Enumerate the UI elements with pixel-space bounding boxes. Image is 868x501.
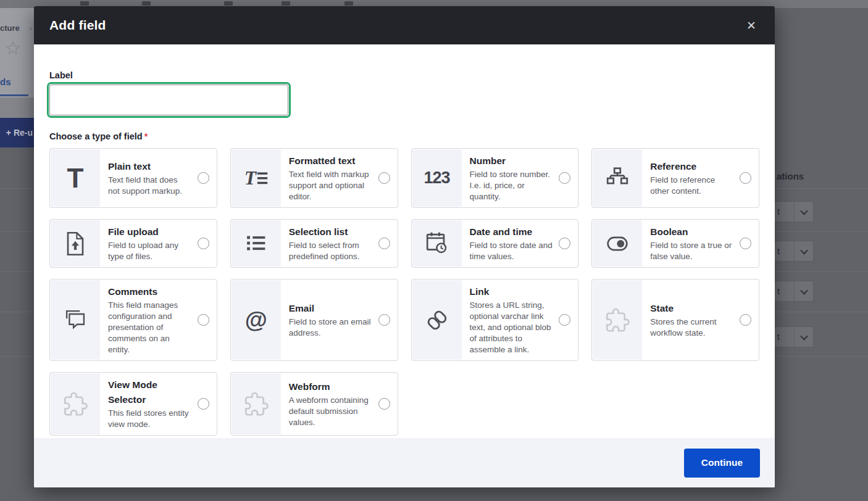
field-type-radio-link[interactable] bbox=[559, 314, 570, 326]
star-icon bbox=[5, 40, 21, 56]
chevron-down-icon bbox=[800, 332, 808, 340]
number-icon: 123 bbox=[424, 170, 449, 186]
field-type-radio-reference[interactable] bbox=[740, 172, 751, 184]
field-type-icon-tile bbox=[593, 220, 642, 267]
field-type-icon-tile bbox=[412, 220, 462, 267]
field-type-title: Formatted text bbox=[289, 154, 372, 168]
field-type-description: Field to select from predefined options. bbox=[289, 240, 372, 262]
field-type-radio-formatted-text[interactable] bbox=[378, 172, 390, 184]
field-type-radio-email[interactable] bbox=[378, 314, 390, 326]
continue-button[interactable]: Continue bbox=[684, 449, 760, 478]
reference-icon bbox=[603, 164, 632, 193]
field-type-icon-tile bbox=[412, 280, 462, 360]
toolbar-icon bbox=[80, 1, 89, 6]
field-type-card-boolean[interactable]: Boolean Field to store a true or false v… bbox=[591, 219, 759, 268]
page-tabs-band bbox=[0, 97, 34, 118]
field-type-card-view-mode-selector[interactable]: View Mode Selector This field stores ent… bbox=[49, 372, 217, 436]
field-type-description: Text field with markup support and optio… bbox=[289, 169, 372, 202]
field-type-description: Field to upload any type of files. bbox=[108, 240, 191, 262]
field-type-icon-tile bbox=[232, 220, 281, 267]
field-type-card-selection-list[interactable]: Selection list Field to select from pred… bbox=[230, 219, 398, 268]
field-type-icon-tile bbox=[51, 280, 100, 360]
field-type-title: Boolean bbox=[650, 225, 733, 239]
chevron-down-icon bbox=[800, 246, 808, 254]
field-type-radio-plain-text[interactable] bbox=[198, 172, 209, 184]
field-type-description: Field to store an email address. bbox=[289, 317, 372, 339]
tab-active-underline bbox=[0, 94, 28, 96]
field-type-description: Field to reference other content. bbox=[650, 175, 733, 197]
field-type-title: Link bbox=[470, 284, 553, 299]
field-type-radio-date-and-time[interactable] bbox=[559, 238, 570, 249]
formatted-text-icon bbox=[242, 164, 270, 193]
field-type-description: Stores the current workflow state. bbox=[650, 317, 733, 339]
toolbar-icon bbox=[142, 1, 151, 6]
field-type-card-number[interactable]: 123 Number Field to store number. I.e. i… bbox=[411, 148, 579, 208]
field-type-radio-state[interactable] bbox=[740, 314, 751, 326]
field-type-radio-comments[interactable] bbox=[198, 314, 209, 326]
field-type-icon-tile bbox=[51, 373, 100, 434]
field-type-card-date-and-time[interactable]: Date and time Field to store date and ti… bbox=[411, 219, 579, 268]
close-icon[interactable]: ✕ bbox=[738, 12, 765, 39]
field-type-card-plain-text[interactable]: T Plain text Text field that does not su… bbox=[49, 148, 217, 208]
field-type-card-formatted-text[interactable]: Formatted text Text field with markup su… bbox=[230, 148, 398, 208]
field-type-grid: T Plain text Text field that does not su… bbox=[49, 148, 759, 436]
field-type-icon-tile bbox=[232, 373, 281, 434]
field-type-title: Comments bbox=[108, 284, 191, 299]
field-type-icon-tile: @ bbox=[232, 280, 281, 360]
boolean-icon bbox=[603, 230, 632, 258]
reuse-existing-field-button: + Re-u bbox=[0, 118, 34, 147]
field-type-description: Text field that does not support markup. bbox=[108, 175, 191, 197]
add-field-dialog: Add field ✕ Label Choose a type of field… bbox=[34, 6, 775, 487]
field-type-card-webform[interactable]: Webform A webform containing default sub… bbox=[230, 372, 398, 436]
plain-text-icon: T bbox=[67, 165, 84, 192]
field-type-title: Number bbox=[470, 154, 553, 168]
puzzle-icon bbox=[242, 390, 270, 418]
field-type-card-email[interactable]: @ Email Field to store an email address. bbox=[230, 279, 398, 361]
field-type-radio-webform[interactable] bbox=[378, 398, 390, 410]
field-type-icon-tile: T bbox=[51, 149, 100, 207]
chevron-down-icon bbox=[800, 207, 808, 215]
field-type-title: Plain text bbox=[108, 159, 191, 174]
field-type-radio-number[interactable] bbox=[559, 172, 570, 184]
field-type-title: File upload bbox=[108, 225, 191, 239]
field-type-icon-tile bbox=[51, 220, 100, 267]
field-type-card-state[interactable]: State Stores the current workflow state. bbox=[591, 279, 759, 361]
date-time-icon bbox=[423, 230, 451, 258]
file-upload-icon bbox=[61, 230, 90, 258]
comments-icon bbox=[61, 306, 90, 334]
field-type-radio-file-upload[interactable] bbox=[198, 238, 209, 249]
puzzle-icon bbox=[61, 390, 90, 418]
field-type-title: View Mode Selector bbox=[108, 378, 191, 407]
field-type-radio-selection-list[interactable] bbox=[378, 238, 390, 249]
field-type-card-reference[interactable]: Reference Field to reference other conte… bbox=[591, 148, 759, 208]
field-type-title: Email bbox=[289, 301, 372, 316]
field-type-card-link[interactable]: Link Stores a URL string, optional varch… bbox=[411, 279, 579, 361]
toolbar-icon bbox=[344, 1, 353, 6]
field-type-radio-boolean[interactable] bbox=[740, 238, 751, 249]
field-type-description: This field manages configuration and pre… bbox=[108, 300, 191, 355]
field-type-title: State bbox=[650, 301, 733, 316]
field-type-title: Webform bbox=[289, 379, 372, 394]
toolbar-icon bbox=[282, 1, 290, 6]
field-type-description: Stores a URL string, optional varchar li… bbox=[470, 300, 553, 355]
label-input[interactable] bbox=[49, 85, 288, 115]
field-type-title: Reference bbox=[650, 159, 733, 174]
field-type-radio-view-mode-selector[interactable] bbox=[198, 398, 209, 410]
field-type-icon-tile bbox=[593, 149, 642, 207]
field-type-card-comments[interactable]: Comments This field manages configuratio… bbox=[49, 279, 217, 361]
breadcrumb: cture › bbox=[0, 23, 34, 33]
dialog-title: Add field bbox=[49, 18, 106, 33]
breadcrumb-separator-icon: › bbox=[30, 23, 32, 33]
field-type-description: Field to store number. I.e. id, price, o… bbox=[470, 169, 553, 202]
field-type-description: A webform containing default submission … bbox=[289, 395, 372, 428]
operations-column-header: ations bbox=[777, 171, 804, 181]
required-mark: * bbox=[144, 131, 148, 141]
field-type-icon-tile: 123 bbox=[412, 149, 462, 207]
field-type-icon-tile bbox=[232, 149, 281, 207]
field-type-description: This field stores entity view mode. bbox=[108, 408, 191, 430]
field-type-card-file-upload[interactable]: File upload Field to upload any type of … bbox=[49, 219, 217, 268]
dialog-header: Add field ✕ bbox=[34, 6, 775, 44]
toolbar-icon bbox=[224, 1, 233, 6]
chevron-down-icon bbox=[800, 286, 808, 294]
link-icon bbox=[423, 306, 451, 334]
